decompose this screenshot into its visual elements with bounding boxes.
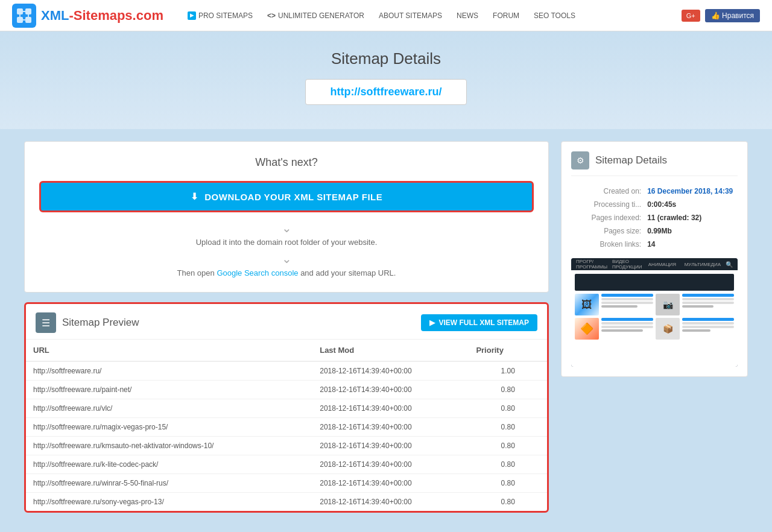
whats-next-title: What's next? — [39, 156, 534, 169]
sidebar-details-title: ⚙ Sitemap Details — [571, 151, 738, 176]
table-row: Created on: 16 December 2018, 14:39 — [571, 185, 738, 198]
created-on-value: 16 December 2018, 14:39 — [646, 185, 738, 198]
processing-label: Processing ti... — [571, 198, 646, 211]
processing-value: 0:00:45s — [646, 198, 738, 211]
cell-lastmod: 2018-12-16T14:39:40+00:00 — [312, 361, 469, 381]
thumb-cards: 🖼 📷 — [575, 294, 734, 340]
search-icon: 🔍 — [726, 261, 733, 268]
step1-text: Upload it into the domain root folder of… — [39, 238, 534, 247]
nav-item-seo-tools[interactable]: SEO TOOLS — [534, 11, 575, 20]
cell-url: http://softfreeware.ru/kmsauto-net-aktiv… — [26, 437, 312, 455]
table-row: http://softfreeware.ru/magix-vegas-pro-1… — [26, 418, 547, 437]
header-right: G+ 👍 Нравится — [682, 9, 760, 22]
view-full-icon: ▶ — [429, 318, 435, 327]
thumb-card-2: 📷 — [656, 294, 734, 315]
cell-lastmod: 2018-12-16T14:39:40+00:00 — [312, 399, 469, 418]
left-column: What's next? ⬇ DOWNLOAD YOUR XML SITEMAP… — [24, 141, 549, 513]
pages-indexed-label: Pages indexed: — [571, 211, 646, 224]
table-row: Pages indexed: 11 (crawled: 32) — [571, 211, 738, 224]
logo-text: XML-Sitemaps.com — [41, 8, 163, 24]
sitemap-preview-card: ☰ Sitemap Preview ▶ VIEW FULL XML SITEMA… — [24, 302, 549, 513]
pages-indexed-value: 11 (crawled: 32) — [646, 211, 738, 224]
table-row: http://softfreeware.ru/paint-net/ 2018-1… — [26, 381, 547, 399]
nav-item-unlimited-generator[interactable]: <> UNLIMITED GENERATOR — [267, 11, 364, 20]
cell-url: http://softfreeware.ru/magix-vegas-pro-1… — [26, 418, 312, 437]
sitemap-preview-icon: ☰ — [36, 312, 56, 333]
logo-icon — [12, 4, 36, 28]
table-row: http://softfreeware.ru/k-lite-codec-pack… — [26, 455, 547, 474]
main-content: What's next? ⬇ DOWNLOAD YOUR XML SITEMAP… — [6, 129, 766, 525]
nav-item-about-sitemaps[interactable]: ABOUT SITEMAPS — [379, 11, 442, 20]
chevron-down-icon-1: ⌄ — [39, 221, 534, 235]
thumb-topbar: ПРОГР/ПРОГРАММЫ ВИДЕО ПРОДУКЦИИ АНИМАЦИЯ… — [571, 258, 738, 270]
download-icon: ⬇ — [191, 191, 199, 202]
cell-lastmod: 2018-12-16T14:39:40+00:00 — [312, 437, 469, 455]
main-nav: ▶ PRO SITEMAPS <> UNLIMITED GENERATOR AB… — [188, 11, 682, 20]
cell-priority: 0.80 — [469, 399, 547, 418]
cell-url: http://softfreeware.ru/vlc/ — [26, 399, 312, 418]
right-column: ⚙ Sitemap Details Created on: 16 Decembe… — [561, 141, 748, 513]
table-row: http://softfreeware.ru/ 2018-12-16T14:39… — [26, 361, 547, 381]
nav-item-news[interactable]: NEWS — [457, 11, 478, 20]
col-header-lastmod: Last Mod — [312, 340, 469, 361]
table-row: http://softfreeware.ru/kmsauto-net-aktiv… — [26, 437, 547, 455]
cell-lastmod: 2018-12-16T14:39:40+00:00 — [312, 493, 469, 511]
like-button[interactable]: 👍 Нравится — [705, 9, 760, 22]
pages-size-label: Pages size: — [571, 224, 646, 238]
sitemap-table-body: http://softfreeware.ru/ 2018-12-16T14:39… — [26, 361, 547, 511]
gear-icon: ⚙ — [571, 151, 589, 169]
step2-text: Then open Google Search console and add … — [39, 268, 534, 277]
details-table: Created on: 16 December 2018, 14:39 Proc… — [571, 185, 738, 251]
table-row: Broken links: 14 — [571, 238, 738, 251]
chevron-down-icon-2: ⌄ — [39, 252, 534, 266]
table-row: Pages size: 0.99Mb — [571, 224, 738, 238]
thumb-card-img-4: 📦 — [656, 318, 680, 340]
nav-item-forum[interactable]: FORUM — [493, 11, 519, 20]
view-full-sitemap-button[interactable]: ▶ VIEW FULL XML SITEMAP — [421, 314, 537, 331]
hero-title: Sitemap Details — [12, 49, 760, 68]
broken-links-label: Broken links: — [571, 238, 646, 251]
pages-size-value: 0.99Mb — [646, 224, 738, 238]
logo-area: XML-Sitemaps.com — [12, 4, 163, 28]
table-row: http://softfreeware.ru/sony-vegas-pro-13… — [26, 493, 547, 511]
cell-priority: 0.80 — [469, 474, 547, 493]
cell-lastmod: 2018-12-16T14:39:40+00:00 — [312, 474, 469, 493]
cell-priority: 0.80 — [469, 437, 547, 455]
cell-priority: 0.80 — [469, 455, 547, 474]
thumb-card-img-2: 📷 — [656, 294, 680, 315]
hero-url: http://softfreeware.ru/ — [305, 79, 466, 105]
whats-next-card: What's next? ⬇ DOWNLOAD YOUR XML SITEMAP… — [24, 141, 549, 293]
cell-priority: 0.80 — [469, 493, 547, 511]
col-header-priority: Priority — [469, 340, 547, 361]
table-row: Processing ti... 0:00:45s — [571, 198, 738, 211]
cell-lastmod: 2018-12-16T14:39:40+00:00 — [312, 381, 469, 399]
svg-rect-0 — [17, 8, 23, 14]
gplus-button[interactable]: G+ — [682, 10, 700, 22]
sidebar-details-card: ⚙ Sitemap Details Created on: 16 Decembe… — [561, 141, 748, 377]
google-search-console-link[interactable]: Google Search console — [217, 268, 298, 277]
nav-item-pro-sitemaps[interactable]: ▶ PRO SITEMAPS — [188, 11, 253, 20]
thumb-card-1: 🖼 — [575, 294, 653, 315]
thumb-card-3: 🔶 — [575, 318, 653, 340]
preview-title-area: ☰ Sitemap Preview — [36, 312, 139, 333]
pro-icon: ▶ — [188, 11, 196, 20]
table-header-row: URL Last Mod Priority — [26, 340, 547, 361]
cell-url: http://softfreeware.ru/winrar-5-50-final… — [26, 474, 312, 493]
site-thumbnail: ПРОГР/ПРОГРАММЫ ВИДЕО ПРОДУКЦИИ АНИМАЦИЯ… — [571, 258, 738, 367]
preview-header: ☰ Sitemap Preview ▶ VIEW FULL XML SITEMA… — [26, 304, 547, 340]
cell-url: http://softfreeware.ru/k-lite-codec-pack… — [26, 455, 312, 474]
cell-url: http://softfreeware.ru/sony-vegas-pro-13… — [26, 493, 312, 511]
broken-links-value: 14 — [646, 238, 738, 251]
preview-title: Sitemap Preview — [62, 317, 139, 329]
hero-section: Sitemap Details http://softfreeware.ru/ — [0, 31, 772, 129]
cell-lastmod: 2018-12-16T14:39:40+00:00 — [312, 418, 469, 437]
svg-rect-1 — [25, 8, 31, 14]
col-header-url: URL — [26, 340, 312, 361]
thumb-content: 🖼 📷 — [571, 270, 738, 367]
sitemap-table: URL Last Mod Priority http://softfreewar… — [26, 340, 547, 511]
table-row: http://softfreeware.ru/vlc/ 2018-12-16T1… — [26, 399, 547, 418]
download-sitemap-button[interactable]: ⬇ DOWNLOAD YOUR XML SITEMAP FILE — [39, 181, 534, 212]
svg-rect-3 — [25, 17, 31, 23]
cell-url: http://softfreeware.ru/ — [26, 361, 312, 381]
cell-priority: 0.80 — [469, 418, 547, 437]
